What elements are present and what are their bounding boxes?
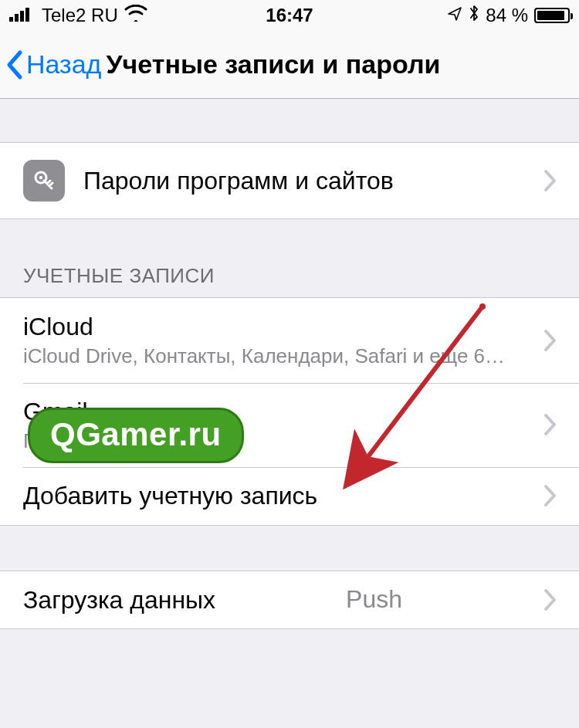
clock: 16:47: [266, 5, 313, 26]
svg-rect-2: [20, 11, 24, 22]
status-bar: Tele2 RU 16:47 84 %: [0, 0, 579, 31]
row-title: Добавить учетную запись: [23, 481, 317, 510]
chevron-right-icon: [543, 484, 557, 507]
row-subtitle: iCloud Drive, Контакты, Календари, Safar…: [23, 344, 543, 368]
row-title: iCloud: [23, 312, 543, 341]
svg-rect-0: [9, 17, 13, 22]
svg-rect-1: [15, 14, 19, 22]
signal-icon: [9, 5, 36, 26]
chevron-left-icon: [5, 49, 25, 80]
location-icon: [447, 5, 462, 26]
bluetooth-icon: [469, 5, 479, 26]
chevron-right-icon: [543, 413, 557, 436]
nav-bar: Назад Учетные записи и пароли: [0, 31, 579, 99]
wifi-icon: [124, 5, 147, 26]
chevron-right-icon: [543, 588, 557, 611]
row-title: Загрузка данных: [23, 585, 215, 615]
back-button[interactable]: Назад: [5, 49, 101, 80]
back-label: Назад: [26, 49, 101, 80]
carrier-label: Tele2 RU: [42, 5, 118, 26]
key-icon: [23, 160, 65, 201]
chevron-right-icon: [543, 329, 557, 352]
add-account-row[interactable]: Добавить учетную запись: [0, 467, 579, 524]
chevron-right-icon: [543, 169, 557, 192]
battery-pct: 84 %: [486, 5, 528, 26]
svg-point-5: [39, 176, 42, 179]
battery-icon: [534, 8, 570, 23]
row-title: Пароли программ и сайтов: [83, 166, 394, 195]
svg-rect-3: [25, 8, 29, 22]
watermark-badge: QGamer.ru: [28, 408, 244, 463]
app-website-passwords-row[interactable]: Пароли программ и сайтов: [0, 143, 579, 218]
fetch-new-data-row[interactable]: Загрузка данных Push: [0, 571, 579, 628]
section-header-accounts: УЧЕТНЫЕ ЗАПИСИ: [0, 264, 579, 297]
page-title: Учетные записи и пароли: [106, 49, 440, 80]
account-row-icloud[interactable]: iCloud iCloud Drive, Контакты, Календари…: [0, 298, 579, 383]
row-value: Push: [346, 585, 402, 614]
